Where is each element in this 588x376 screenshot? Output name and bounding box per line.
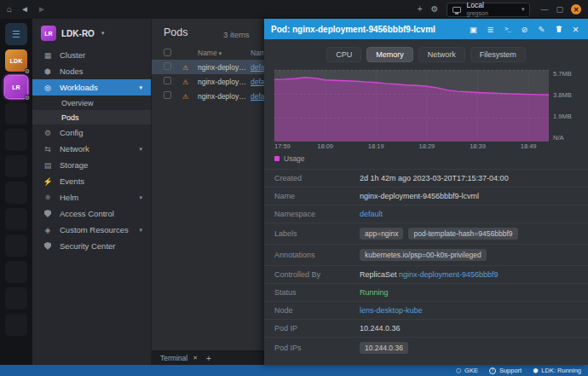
statusbar-item-ldk-running[interactable]: ⬢LDK: Running xyxy=(533,367,581,374)
minimize-button[interactable]: — xyxy=(540,5,548,14)
sidebar-item-access-control[interactable]: Access Control xyxy=(32,205,151,222)
memory-usage-chart xyxy=(274,70,549,142)
field-label: Labels xyxy=(274,229,360,238)
hotbar-cluster-lr[interactable]: LR ⚙ xyxy=(5,76,27,98)
evict-icon[interactable]: ⊘ xyxy=(519,24,530,35)
statusbar-item-gke[interactable]: ⬡GKE xyxy=(456,367,478,374)
hotbar-cluster-ldk[interactable]: LDK ⚙ xyxy=(5,49,27,72)
sidebar-item-pods[interactable]: Pods xyxy=(32,110,151,124)
value-text: nginx-deployment-9456bbbf9-lcvml xyxy=(360,192,479,200)
cluster-switcher[interactable]: LR LDK-RO ▾ xyxy=(32,19,151,47)
y-tick-label: N/A xyxy=(553,134,578,142)
badge: 10.244.0.36 xyxy=(360,342,408,354)
field-value: ReplicaSet nginx-deployment-9456bbbf9 xyxy=(360,270,499,279)
sidebar-item-storage[interactable]: ▤Storage xyxy=(32,157,151,173)
drawer-field-name: Namenginx-deployment-9456bbbf9-lcvml xyxy=(264,187,588,205)
storage-icon: ▤ xyxy=(43,161,53,170)
sidebar-item-events[interactable]: ⚡Events xyxy=(32,173,151,189)
x-tick-label: 17:59 xyxy=(274,142,291,150)
hotbar-empty-slot[interactable] xyxy=(5,129,27,151)
sidebar-item-cluster[interactable]: ▦Cluster xyxy=(32,47,151,63)
home-icon[interactable]: ⌂ xyxy=(7,5,12,14)
hotbar-empty-slot[interactable] xyxy=(5,155,27,177)
value-link[interactable]: default xyxy=(360,210,383,218)
select-all-checkbox[interactable] xyxy=(164,49,171,56)
cluster-avatar: LR xyxy=(41,26,56,41)
sidebar-item-overview[interactable]: Overview xyxy=(32,95,151,110)
field-value: lens-desktop-kube xyxy=(360,306,423,315)
forward-icon[interactable]: ► xyxy=(37,5,46,14)
back-icon[interactable]: ◄ xyxy=(20,5,29,14)
row-checkbox[interactable] xyxy=(164,91,171,99)
tab-network[interactable]: Network xyxy=(418,47,465,62)
sidebar-item-helm[interactable]: ⎈Helm▾ xyxy=(32,189,151,205)
sidebar-item-network[interactable]: ⇆Network▾ xyxy=(32,141,151,157)
close-drawer-icon[interactable]: ✕ xyxy=(570,24,581,35)
delete-icon[interactable] xyxy=(553,24,564,35)
sidebar-item-nodes[interactable]: ⬢Nodes xyxy=(32,63,151,79)
cluster-name: LDK-RO xyxy=(61,29,95,38)
hotbar-empty-slot[interactable] xyxy=(5,261,27,283)
sidebar-item-security-center[interactable]: Security Center xyxy=(32,238,151,254)
context-select-label: Local xyxy=(466,2,487,9)
sidebar-item-config[interactable]: ⚙Config xyxy=(32,124,151,141)
gke-icon: ⬡ xyxy=(456,367,461,373)
help-icon: ? xyxy=(489,367,496,374)
hotbar-empty-slot[interactable] xyxy=(5,182,27,204)
hotbar-empty-slot[interactable] xyxy=(5,208,27,230)
sort-caret-icon: ▾ xyxy=(219,50,222,56)
sidebar-nav: ▦Cluster⬢Nodes◎Workloads▾OverviewPods⚙Co… xyxy=(32,47,151,254)
add-icon[interactable]: + xyxy=(418,5,423,14)
sidebar: LR LDK-RO ▾ ▦Cluster⬢Nodes◎Workloads▾Ove… xyxy=(32,19,152,365)
pod-name: nginx-deployment-9456... xyxy=(198,78,251,86)
edit-icon[interactable]: ✎ xyxy=(536,24,547,35)
statusbar-item-label: Support xyxy=(499,367,522,374)
name-column-header[interactable]: Name▾ xyxy=(198,49,251,57)
settings-gear-icon[interactable]: ⚙ xyxy=(431,5,439,14)
hotbar-empty-slot[interactable] xyxy=(5,287,27,309)
cluster-initials: LR xyxy=(12,84,20,90)
warning-icon: ⚠ xyxy=(182,64,188,72)
chevron-down-icon: ▾ xyxy=(139,194,142,201)
value-text: 2d 1h 42m ago 2023-03-20T17:15:37-04:00 xyxy=(360,174,509,182)
pod-attach-icon[interactable]: ▣ xyxy=(468,24,479,35)
y-tick-label: 1.9MB xyxy=(553,113,578,120)
monitor-icon xyxy=(453,7,461,13)
sidebar-item-label: Network xyxy=(60,144,89,153)
sidebar-item-label: Security Center xyxy=(60,241,115,251)
field-label: Pod IPs xyxy=(274,344,360,352)
catalog-menu-button[interactable]: ☰ xyxy=(5,23,27,45)
x-tick-label: 18:19 xyxy=(368,142,384,150)
config-icon: ⚙ xyxy=(43,129,53,137)
hotbar-empty-slot[interactable] xyxy=(5,102,27,124)
chart-legend[interactable]: Usage xyxy=(274,152,578,165)
hotbar-empty-slot[interactable] xyxy=(5,314,27,336)
close-tab-icon[interactable]: ✕ xyxy=(193,355,198,362)
new-terminal-button[interactable]: + xyxy=(206,354,211,363)
sidebar-item-label: Helm xyxy=(60,193,78,202)
pod-shell-icon[interactable]: >_ xyxy=(502,24,513,35)
drawer-title: Pod: nginx-deployment-9456bbbf9-lcvml xyxy=(271,25,462,34)
pod-logs-icon[interactable]: ≣ xyxy=(485,24,496,35)
row-checkbox[interactable] xyxy=(164,77,171,84)
sidebar-item-workloads[interactable]: ◎Workloads▾ xyxy=(32,79,151,95)
custom-icon: ◈ xyxy=(43,226,53,234)
hotbar-empty-slot[interactable] xyxy=(5,234,27,257)
tab-cpu[interactable]: CPU xyxy=(326,47,361,62)
context-select[interactable]: Local gregson ▾ xyxy=(447,3,530,17)
close-window-button[interactable]: ✕ xyxy=(571,4,581,14)
tab-filesystem[interactable]: Filesystem xyxy=(470,47,526,62)
value-link[interactable]: lens-desktop-kube xyxy=(360,306,423,315)
field-label: Status xyxy=(274,288,360,297)
warning-icon: ⚠ xyxy=(182,78,188,86)
page-title: Pods xyxy=(164,26,188,38)
row-checkbox[interactable] xyxy=(164,62,171,70)
statusbar-item-support[interactable]: ?Support xyxy=(489,367,522,374)
value-link[interactable]: nginx-deployment-9456bbbf9 xyxy=(399,270,499,279)
cluster-icon: ⬢ xyxy=(533,367,538,373)
sidebar-item-label: Access Control xyxy=(60,209,114,218)
sidebar-item-custom-resources[interactable]: ◈Custom Resources▾ xyxy=(32,222,151,238)
tab-memory[interactable]: Memory xyxy=(366,47,413,62)
maximize-button[interactable]: ▢ xyxy=(556,5,563,14)
terminal-tab[interactable]: Terminal ✕ xyxy=(160,354,198,362)
